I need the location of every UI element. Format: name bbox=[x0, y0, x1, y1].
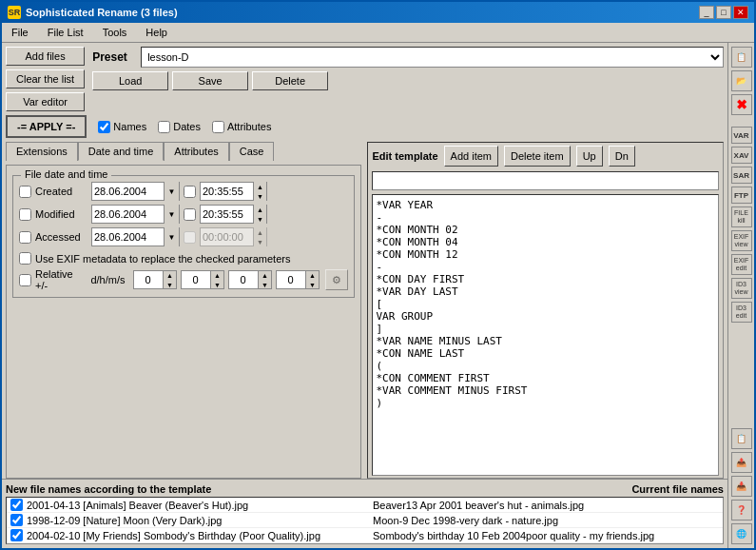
file-check-2[interactable] bbox=[10, 514, 23, 526]
main-window: SR Sophisticated Rename (3 files) _ □ ✕ … bbox=[0, 0, 756, 550]
accessed-time-checkbox[interactable] bbox=[184, 231, 196, 244]
preset-load-button[interactable]: Load bbox=[92, 71, 168, 90]
bottom-panel: New file names according to the template… bbox=[2, 479, 727, 548]
created-time-spin: ▲ ▼ bbox=[253, 182, 266, 201]
accessed-date-input[interactable] bbox=[92, 228, 164, 246]
preset-delete-button[interactable]: Delete bbox=[252, 71, 328, 90]
modified-checkbox[interactable] bbox=[19, 208, 31, 221]
preset-save-button[interactable]: Save bbox=[172, 71, 248, 90]
sidebar-btn-var[interactable]: VAR bbox=[731, 127, 752, 144]
file-check-1[interactable] bbox=[10, 499, 23, 511]
file-new-1: 2001-04-13 [Animals] Beaver (Beaver's Hu… bbox=[27, 500, 373, 511]
sidebar-btn-close[interactable]: ✖ bbox=[731, 94, 752, 115]
sidebar-btn-id3edit[interactable]: ID3edit bbox=[731, 302, 752, 323]
dn-button[interactable]: Dn bbox=[609, 146, 635, 167]
rel-up-2[interactable]: ▲ bbox=[211, 270, 224, 280]
sidebar-btn-copy[interactable]: 📋 bbox=[731, 47, 752, 68]
relative-checkbox[interactable] bbox=[19, 274, 31, 286]
clear-list-button[interactable]: Clear the list bbox=[6, 69, 85, 88]
sidebar-btn-copy2[interactable]: 📋 bbox=[731, 428, 752, 449]
created-date-input[interactable] bbox=[92, 183, 164, 200]
accessed-time-input[interactable] bbox=[201, 228, 253, 246]
preset-select[interactable]: lesson-D bbox=[141, 47, 724, 68]
window-title: Sophisticated Rename (3 files) bbox=[26, 7, 178, 18]
modified-date-combo: ▼ bbox=[91, 205, 180, 224]
sidebar-btn-id3view[interactable]: ID3view bbox=[731, 278, 752, 299]
modified-time-up[interactable]: ▲ bbox=[254, 205, 266, 214]
accessed-date-arrow[interactable]: ▼ bbox=[164, 227, 179, 246]
tab-datetime[interactable]: Date and time bbox=[78, 142, 164, 161]
exif-checkbox[interactable] bbox=[19, 252, 31, 265]
modified-date-input[interactable] bbox=[92, 206, 164, 223]
rel-dn-1[interactable]: ▼ bbox=[164, 280, 177, 289]
sidebar-btn-ftp[interactable]: FTP bbox=[731, 187, 752, 204]
created-time-input[interactable] bbox=[201, 183, 253, 200]
rel-dn-4[interactable]: ▼ bbox=[306, 280, 320, 289]
file-current-2: Moon-9 Dec 1998-very dark - nature.jpg bbox=[373, 515, 719, 526]
names-checkbox[interactable] bbox=[98, 121, 110, 133]
modified-time-input[interactable] bbox=[201, 206, 253, 223]
menu-help[interactable]: Help bbox=[140, 25, 173, 40]
sidebar-btn-open[interactable]: 📂 bbox=[731, 70, 752, 91]
accessed-time-dn[interactable]: ▼ bbox=[254, 237, 266, 246]
rel-input-1[interactable] bbox=[134, 271, 163, 288]
modified-time-checkbox[interactable] bbox=[184, 208, 196, 221]
edit-template-title: Edit template bbox=[373, 150, 438, 162]
tab-extensions[interactable]: Extensions bbox=[6, 142, 78, 161]
sidebar-btn-upload[interactable]: 📤 bbox=[731, 452, 752, 473]
close-button[interactable]: ✕ bbox=[733, 6, 748, 19]
add-files-button[interactable]: Add files bbox=[6, 47, 85, 66]
created-time-dn[interactable]: ▼ bbox=[254, 191, 266, 201]
rel-up-3[interactable]: ▲ bbox=[259, 270, 272, 280]
table-row: 1998-12-09 [Nature] Moon (Very Dark).jpg… bbox=[7, 513, 723, 528]
sidebar-btn-exifview[interactable]: EXIFview bbox=[731, 230, 752, 251]
rel-input-4[interactable] bbox=[277, 271, 305, 288]
rel-input-3[interactable] bbox=[229, 271, 258, 288]
menu-filelist[interactable]: File List bbox=[42, 25, 89, 40]
menu-file[interactable]: File bbox=[6, 25, 34, 40]
created-time-checkbox[interactable] bbox=[184, 186, 196, 198]
sidebar-btn-download[interactable]: 📥 bbox=[731, 476, 752, 497]
rel-up-1[interactable]: ▲ bbox=[164, 270, 177, 280]
file-current-3: Sombody's birthday 10 Feb 2004poor quali… bbox=[373, 530, 719, 541]
table-row: 2004-02-10 [My Friends] Sombody's Birthd… bbox=[7, 528, 723, 543]
file-new-2: 1998-12-09 [Nature] Moon (Very Dark).jpg bbox=[27, 515, 373, 526]
sidebar-item-exifedit: EXIFedit bbox=[731, 254, 752, 275]
sidebar-btn-sar[interactable]: SAR bbox=[731, 167, 752, 184]
delete-item-button[interactable]: Delete item bbox=[504, 146, 571, 167]
rel-input-2[interactable] bbox=[182, 271, 210, 288]
menu-tools[interactable]: Tools bbox=[97, 25, 133, 40]
tab-content-datetime: File date and time Created ▼ bbox=[6, 165, 361, 479]
sidebar-btn-help[interactable]: ❓ bbox=[731, 500, 752, 521]
accessed-checkbox[interactable] bbox=[19, 231, 31, 244]
template-input[interactable] bbox=[372, 171, 720, 190]
dates-checkbox[interactable] bbox=[158, 121, 170, 133]
sidebar-btn-exifedit[interactable]: EXIFedit bbox=[731, 254, 752, 275]
tab-attributes[interactable]: Attributes bbox=[164, 142, 228, 161]
minimize-button[interactable]: _ bbox=[699, 6, 714, 19]
rel-spin-1: ▲ ▼ bbox=[133, 270, 177, 289]
sidebar-btn-xav[interactable]: XAV bbox=[731, 147, 752, 164]
file-check-3[interactable] bbox=[10, 529, 23, 541]
modified-time-dn[interactable]: ▼ bbox=[254, 214, 266, 224]
created-time-up[interactable]: ▲ bbox=[254, 182, 266, 191]
maximize-button[interactable]: □ bbox=[716, 6, 731, 19]
rel-up-4[interactable]: ▲ bbox=[306, 270, 320, 280]
rel-dn-3[interactable]: ▼ bbox=[259, 280, 272, 289]
up-button[interactable]: Up bbox=[576, 146, 603, 167]
var-editor-button[interactable]: Var editor bbox=[6, 92, 85, 111]
rel-dn-2[interactable]: ▼ bbox=[211, 280, 224, 289]
apply-button[interactable]: -= APPLY =- bbox=[6, 115, 87, 138]
created-date-arrow[interactable]: ▼ bbox=[164, 182, 179, 201]
bottom-header: New file names according to the template… bbox=[6, 483, 724, 495]
accessed-time-up[interactable]: ▲ bbox=[254, 227, 266, 237]
add-item-button[interactable]: Add item bbox=[444, 146, 498, 167]
attributes-checkbox[interactable] bbox=[212, 121, 224, 133]
modified-date-arrow[interactable]: ▼ bbox=[164, 205, 179, 224]
sidebar-btn-web[interactable]: 🌐 bbox=[731, 523, 752, 544]
sidebar-btn-filekill[interactable]: FILEkill bbox=[731, 206, 752, 227]
created-checkbox[interactable] bbox=[19, 186, 31, 198]
tab-case[interactable]: Case bbox=[229, 142, 275, 161]
current-files-header: Current file names bbox=[631, 483, 724, 495]
rel-action-button[interactable]: ⚙ bbox=[325, 269, 348, 290]
